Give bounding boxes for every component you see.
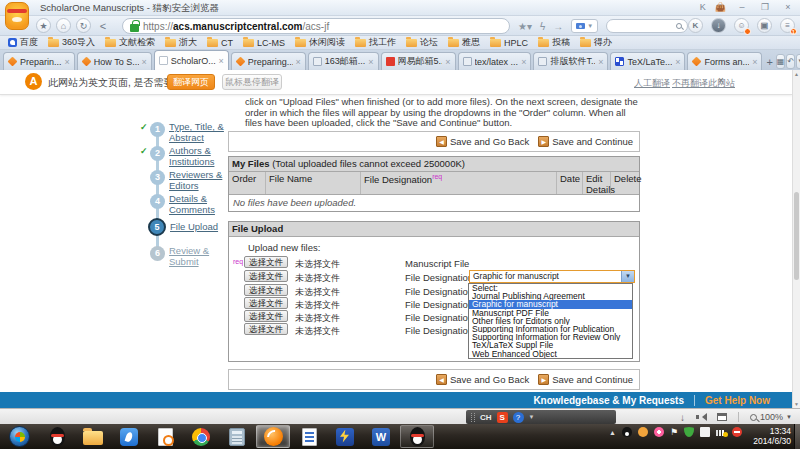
tray-network-warning-icon[interactable]: [716, 427, 726, 437]
save-go-back-button[interactable]: ◀Save and Go Back: [436, 136, 529, 147]
tray-alert-icon[interactable]: [732, 427, 742, 437]
new-tab-button[interactable]: +: [766, 54, 772, 69]
close-window-button[interactable]: ×: [781, 1, 795, 14]
bookmark-folder-literature[interactable]: 文献检索: [102, 36, 162, 49]
shop-icon[interactable]: 👜: [715, 1, 726, 14]
tray-app-icon[interactable]: [638, 427, 648, 437]
knowledgebase-link[interactable]: Knowledgebase & My Requests: [533, 395, 684, 406]
tab-netease-mail[interactable]: 网易邮箱5...×: [381, 52, 456, 70]
bookmark-folder-todo[interactable]: 得办: [577, 36, 619, 49]
refresh-button[interactable]: ↻: [76, 18, 91, 33]
ime-options-icon[interactable]: ▼: [529, 414, 535, 420]
tray-document-icon[interactable]: [700, 427, 710, 437]
tab-close-icon[interactable]: ×: [368, 57, 373, 67]
tab-close-icon[interactable]: ×: [142, 57, 147, 67]
dropdown-option-selected[interactable]: Graphic for manuscript: [469, 300, 632, 308]
bookmark-folder-reading[interactable]: 休闲阅读: [292, 36, 352, 49]
bookmark-folder-forum[interactable]: 论坛: [403, 36, 445, 49]
save-continue-button[interactable]: ▶Save and Continue: [538, 136, 633, 147]
tab-close-icon[interactable]: ×: [445, 57, 450, 67]
tab-close-icon[interactable]: ×: [675, 57, 680, 67]
hover-translate-button[interactable]: 鼠标悬停翻译: [222, 74, 282, 90]
taskbar-doc-viewer[interactable]: [148, 425, 182, 448]
tab-list-button[interactable]: ▦: [776, 54, 786, 69]
dropdown-option[interactable]: Supporting Information for Publication: [469, 325, 632, 333]
ime-help-icon[interactable]: ?: [513, 412, 524, 423]
tray-flower-icon[interactable]: [654, 427, 664, 437]
choose-file-button[interactable]: 选择文件: [244, 256, 288, 268]
tab-close-icon[interactable]: ×: [598, 57, 603, 67]
file-designation-select[interactable]: Graphic for manuscript▼: [469, 270, 635, 283]
tab-close-icon[interactable]: ×: [521, 57, 526, 67]
favorite-star-icon[interactable]: ★: [36, 18, 51, 33]
dropdown-option[interactable]: Web Enhanced Object: [469, 350, 632, 358]
dropdown-arrow-icon[interactable]: ▼: [621, 271, 634, 282]
language-bar[interactable]: CH S ? ▼: [466, 410, 616, 424]
search-input[interactable]: [606, 19, 688, 33]
taskbar-chrome[interactable]: [184, 425, 218, 448]
choose-file-button[interactable]: 选择文件: [244, 297, 288, 309]
step-file-upload-current[interactable]: 5 File Upload: [140, 218, 230, 236]
translate-page-button[interactable]: 翻译网页: [167, 74, 215, 90]
drag-grip-icon[interactable]: [471, 413, 475, 422]
tab-forms[interactable]: Forms an...×: [687, 52, 762, 70]
bookmark-folder-lcms[interactable]: LC-MS: [240, 38, 292, 48]
account-button[interactable]: K: [688, 18, 703, 33]
sogou-ime-icon[interactable]: S: [497, 412, 508, 423]
home-button[interactable]: ⌂: [56, 18, 71, 33]
back-button[interactable]: <: [96, 18, 110, 33]
zoom-control[interactable]: 100%▼: [750, 412, 792, 422]
address-bar[interactable]: https://acs.manuscriptcentral.com/acs-jf: [122, 18, 510, 34]
get-help-now-link[interactable]: Get Help Now: [705, 395, 770, 406]
step-link[interactable]: Details & Comments: [169, 194, 229, 215]
menu-button[interactable]: ≡1: [780, 18, 795, 33]
support-button[interactable]: ☺: [734, 18, 749, 33]
tray-shield-icon[interactable]: [684, 427, 694, 437]
dropdown-option[interactable]: Manuscript PDF File: [469, 309, 632, 317]
step-authors-institutions[interactable]: ✓ 2 Authors & Institutions: [140, 146, 229, 167]
taskbar-calculator[interactable]: [220, 425, 254, 448]
choose-file-button[interactable]: 选择文件: [244, 270, 288, 282]
dropdown-option[interactable]: Select:: [469, 284, 632, 292]
never-translate-link[interactable]: 不再翻译此网站: [672, 77, 735, 90]
bookmark-folder-ielts[interactable]: 雅思: [445, 36, 487, 49]
games-button[interactable]: ▣: [757, 18, 772, 33]
tab-menu-dropdown[interactable]: ▼: [796, 54, 800, 69]
url-text[interactable]: https://acs.manuscriptcentral.com/acs-jf: [143, 21, 329, 32]
choose-file-button[interactable]: 选择文件: [244, 310, 288, 322]
minimize-button[interactable]: –: [735, 1, 749, 14]
tray-qq-icon[interactable]: [622, 427, 632, 437]
tray-flag-icon[interactable]: ⚑: [670, 427, 678, 437]
tab-preparing-1[interactable]: Preparin...×: [3, 52, 75, 70]
step-reviewers-editors[interactable]: 3 Reviewers & Editors: [140, 170, 229, 191]
tab-close-icon[interactable]: ×: [296, 57, 301, 67]
bookmark-baidu[interactable]: 百度: [5, 36, 45, 49]
tab-scholarone-active[interactable]: ScholarO...×: [154, 50, 229, 70]
page-scrollbar[interactable]: ▲ ▼: [792, 70, 800, 408]
scroll-up-icon[interactable]: ▲: [793, 71, 800, 77]
tab-preparing-2[interactable]: Preparing...×: [231, 52, 306, 70]
choose-file-button[interactable]: 选择文件: [244, 284, 288, 296]
tab-tex-latex-2[interactable]: TeX/LaTe...×: [610, 52, 685, 70]
choose-file-button[interactable]: 选择文件: [244, 323, 288, 335]
save-go-back-button[interactable]: ◀Save and Go Back: [436, 374, 529, 385]
tab-tex-latex[interactable]: tex/latex ...×: [458, 52, 532, 70]
bookmark-folder-jobs[interactable]: 找工作: [352, 36, 403, 49]
taskbar-cheetah-browser-active[interactable]: [256, 425, 290, 448]
bookmark-folder-zju[interactable]: 浙大: [162, 36, 204, 49]
restore-page-icon[interactable]: [717, 413, 727, 421]
reopen-tab-button[interactable]: ↶: [786, 54, 795, 69]
taskbar-explorer[interactable]: [76, 425, 110, 448]
manual-translate-link[interactable]: 人工翻译: [634, 77, 670, 90]
dropdown-option[interactable]: TeX/LaTeX Suppl File: [469, 341, 632, 349]
scroll-down-icon[interactable]: ▼: [793, 401, 800, 407]
download-status-icon[interactable]: ↓: [680, 412, 685, 423]
mute-page-icon[interactable]: [696, 413, 706, 421]
tab-close-icon[interactable]: ×: [65, 57, 70, 67]
taskbar-wps[interactable]: [292, 425, 326, 448]
step-link[interactable]: Reviewers & Editors: [169, 170, 229, 191]
tab-close-icon[interactable]: ×: [752, 57, 757, 67]
step-link[interactable]: Authors & Institutions: [169, 146, 229, 167]
tab-close-icon[interactable]: ×: [219, 56, 224, 66]
step-type-title-abstract[interactable]: ✓ 1 Type, Title, & Abstract: [140, 122, 229, 143]
